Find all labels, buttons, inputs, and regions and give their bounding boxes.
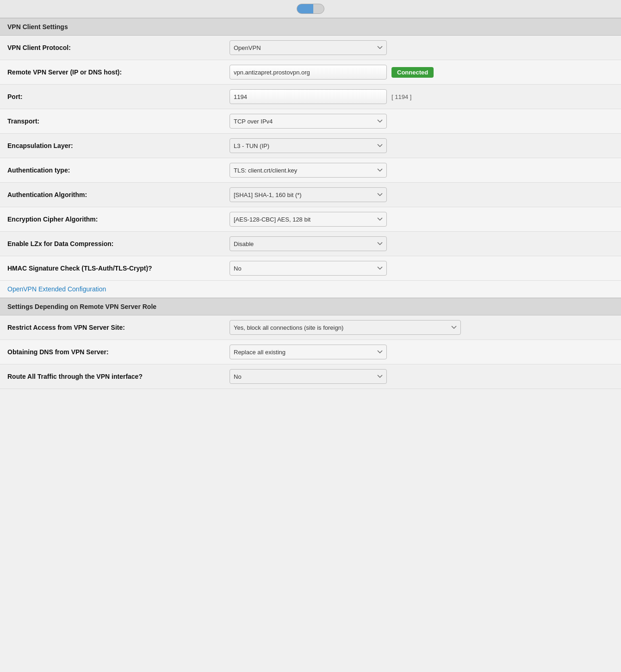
port-control: [ 1194 ] [230,89,614,104]
hmac-signature-label: HMAC Signature Check (TLS-Auth/TLS-Crypt… [7,265,230,272]
route-all-traffic-control: No Yes [230,369,614,384]
protocol-control: OpenVPN WireGuard PPTP L2TP [230,40,614,55]
auth-algorithm-control: [SHA1] SHA-1, 160 bit (*) [SHA256] SHA-2… [230,187,614,202]
remote-server-label: Remote VPN Server (IP or DNS host): [7,68,230,76]
restrict-access-label: Restrict Access from VPN Server Site: [7,324,230,331]
hmac-signature-control: No Yes (TLS-Auth) Yes (TLS-Crypt) [230,261,614,276]
dns-from-vpn-select[interactable]: Replace all existing Add to existing Dis… [230,345,387,359]
transport-select[interactable]: TCP over IPv4 UDP over IPv4 TCP over IPv… [230,114,387,129]
encapsulation-row: Encapsulation Layer: L3 - TUN (IP) L2 - … [0,134,621,158]
auth-type-row: Authentication type: TLS: client.crt/cli… [0,158,621,183]
protocol-select[interactable]: OpenVPN WireGuard PPTP L2TP [230,40,387,55]
encapsulation-select[interactable]: L3 - TUN (IP) L2 - TAP (Ethernet) [230,138,387,153]
hmac-signature-select[interactable]: No Yes (TLS-Auth) Yes (TLS-Crypt) [230,261,387,276]
transport-label: Transport: [7,117,230,125]
auth-type-control: TLS: client.crt/client.key Static Key Us… [230,163,614,178]
lzx-compression-label: Enable LZx for Data Compression: [7,240,230,247]
remote-server-control: Connected [230,65,614,80]
encapsulation-label: Encapsulation Layer: [7,142,230,149]
port-row: Port: [ 1194 ] [0,85,621,109]
extended-config-link[interactable]: OpenVPN Extended Configuration [0,281,621,298]
lzx-compression-control: Disable Enable [230,236,614,251]
encapsulation-control: L3 - TUN (IP) L2 - TAP (Ethernet) [230,138,614,153]
transport-row: Transport: TCP over IPv4 UDP over IPv4 T… [0,109,621,134]
encryption-cipher-row: Encryption Cipher Algorithm: [AES-128-CB… [0,207,621,232]
restrict-access-row: Restrict Access from VPN Server Site: Ye… [0,315,621,340]
toggle-switch[interactable] [297,4,324,14]
restrict-access-control: Yes, block all connections (site is fore… [230,320,614,335]
vpn-client-settings-title: VPN Client Settings [7,23,68,31]
connected-badge: Connected [391,67,434,78]
encryption-cipher-control: [AES-128-CBC] AES, 128 bit [AES-256-CBC]… [230,212,614,227]
top-bar [0,0,621,18]
lzx-compression-select[interactable]: Disable Enable [230,236,387,251]
auth-type-select[interactable]: TLS: client.crt/client.key Static Key Us… [230,163,387,178]
encryption-cipher-select[interactable]: [AES-128-CBC] AES, 128 bit [AES-256-CBC]… [230,212,387,227]
vpn-client-settings-header: VPN Client Settings [0,18,621,36]
route-all-traffic-label: Route All Traffic through the VPN interf… [7,373,230,380]
dns-from-vpn-row: Obtaining DNS from VPN Server: Replace a… [0,340,621,364]
remote-server-settings-title: Settings Depending on Remote VPN Server … [7,303,156,310]
transport-control: TCP over IPv4 UDP over IPv4 TCP over IPv… [230,114,614,129]
remote-server-input[interactable] [230,65,387,80]
route-all-traffic-row: Route All Traffic through the VPN interf… [0,364,621,389]
auth-algorithm-row: Authentication Algorithm: [SHA1] SHA-1, … [0,183,621,207]
port-label: Port: [7,93,230,100]
restrict-access-select[interactable]: Yes, block all connections (site is fore… [230,320,461,335]
remote-server-row: Remote VPN Server (IP or DNS host): Conn… [0,60,621,85]
encryption-cipher-label: Encryption Cipher Algorithm: [7,216,230,223]
port-input[interactable] [230,89,387,104]
dns-from-vpn-label: Obtaining DNS from VPN Server: [7,348,230,356]
auth-algorithm-select[interactable]: [SHA1] SHA-1, 160 bit (*) [SHA256] SHA-2… [230,187,387,202]
route-all-traffic-select[interactable]: No Yes [230,369,387,384]
auth-algorithm-label: Authentication Algorithm: [7,191,230,198]
protocol-label: VPN Client Protocol: [7,44,230,51]
auth-type-label: Authentication type: [7,166,230,174]
dns-from-vpn-control: Replace all existing Add to existing Dis… [230,345,614,359]
toggle-container [297,4,324,14]
protocol-row: VPN Client Protocol: OpenVPN WireGuard P… [0,36,621,60]
remote-server-settings-header: Settings Depending on Remote VPN Server … [0,298,621,315]
port-hint: [ 1194 ] [391,93,411,100]
hmac-signature-row: HMAC Signature Check (TLS-Auth/TLS-Crypt… [0,256,621,281]
lzx-compression-row: Enable LZx for Data Compression: Disable… [0,232,621,256]
